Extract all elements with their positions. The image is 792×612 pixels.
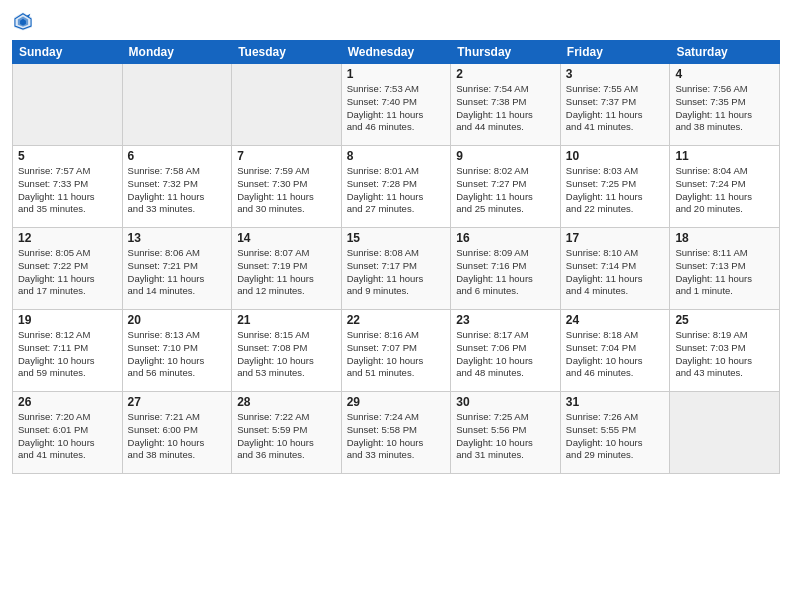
- calendar-cell: 3Sunrise: 7:55 AMSunset: 7:37 PMDaylight…: [560, 64, 670, 146]
- day-number: 8: [347, 149, 446, 163]
- day-info: Sunrise: 7:26 AMSunset: 5:55 PMDaylight:…: [566, 411, 665, 462]
- weekday-header: Wednesday: [341, 41, 451, 64]
- day-info: Sunrise: 8:05 AMSunset: 7:22 PMDaylight:…: [18, 247, 117, 298]
- day-info: Sunrise: 8:06 AMSunset: 7:21 PMDaylight:…: [128, 247, 227, 298]
- calendar-cell: 1Sunrise: 7:53 AMSunset: 7:40 PMDaylight…: [341, 64, 451, 146]
- day-info: Sunrise: 7:25 AMSunset: 5:56 PMDaylight:…: [456, 411, 555, 462]
- day-number: 13: [128, 231, 227, 245]
- day-info: Sunrise: 7:54 AMSunset: 7:38 PMDaylight:…: [456, 83, 555, 134]
- day-info: Sunrise: 7:21 AMSunset: 6:00 PMDaylight:…: [128, 411, 227, 462]
- day-number: 12: [18, 231, 117, 245]
- day-info: Sunrise: 8:09 AMSunset: 7:16 PMDaylight:…: [456, 247, 555, 298]
- calendar-week-row: 12Sunrise: 8:05 AMSunset: 7:22 PMDayligh…: [13, 228, 780, 310]
- calendar-cell: 19Sunrise: 8:12 AMSunset: 7:11 PMDayligh…: [13, 310, 123, 392]
- calendar-cell: 21Sunrise: 8:15 AMSunset: 7:08 PMDayligh…: [232, 310, 342, 392]
- day-info: Sunrise: 7:59 AMSunset: 7:30 PMDaylight:…: [237, 165, 336, 216]
- calendar-cell: 25Sunrise: 8:19 AMSunset: 7:03 PMDayligh…: [670, 310, 780, 392]
- day-number: 14: [237, 231, 336, 245]
- day-number: 1: [347, 67, 446, 81]
- calendar-cell: 17Sunrise: 8:10 AMSunset: 7:14 PMDayligh…: [560, 228, 670, 310]
- weekday-header: Tuesday: [232, 41, 342, 64]
- day-info: Sunrise: 7:24 AMSunset: 5:58 PMDaylight:…: [347, 411, 446, 462]
- day-number: 9: [456, 149, 555, 163]
- calendar-cell: 23Sunrise: 8:17 AMSunset: 7:06 PMDayligh…: [451, 310, 561, 392]
- day-info: Sunrise: 8:10 AMSunset: 7:14 PMDaylight:…: [566, 247, 665, 298]
- calendar: SundayMondayTuesdayWednesdayThursdayFrid…: [12, 40, 780, 474]
- day-number: 4: [675, 67, 774, 81]
- weekday-header: Saturday: [670, 41, 780, 64]
- weekday-header: Monday: [122, 41, 232, 64]
- calendar-cell: 18Sunrise: 8:11 AMSunset: 7:13 PMDayligh…: [670, 228, 780, 310]
- calendar-cell: 10Sunrise: 8:03 AMSunset: 7:25 PMDayligh…: [560, 146, 670, 228]
- day-number: 20: [128, 313, 227, 327]
- page-container: SundayMondayTuesdayWednesdayThursdayFrid…: [0, 0, 792, 612]
- day-number: 19: [18, 313, 117, 327]
- day-info: Sunrise: 7:57 AMSunset: 7:33 PMDaylight:…: [18, 165, 117, 216]
- calendar-cell: 13Sunrise: 8:06 AMSunset: 7:21 PMDayligh…: [122, 228, 232, 310]
- day-info: Sunrise: 8:03 AMSunset: 7:25 PMDaylight:…: [566, 165, 665, 216]
- day-number: 15: [347, 231, 446, 245]
- calendar-week-row: 19Sunrise: 8:12 AMSunset: 7:11 PMDayligh…: [13, 310, 780, 392]
- weekday-header: Thursday: [451, 41, 561, 64]
- day-info: Sunrise: 8:07 AMSunset: 7:19 PMDaylight:…: [237, 247, 336, 298]
- calendar-cell: 2Sunrise: 7:54 AMSunset: 7:38 PMDaylight…: [451, 64, 561, 146]
- day-number: 25: [675, 313, 774, 327]
- day-info: Sunrise: 8:16 AMSunset: 7:07 PMDaylight:…: [347, 329, 446, 380]
- day-number: 3: [566, 67, 665, 81]
- calendar-cell: 12Sunrise: 8:05 AMSunset: 7:22 PMDayligh…: [13, 228, 123, 310]
- logo-icon: [12, 10, 34, 32]
- day-number: 24: [566, 313, 665, 327]
- day-number: 26: [18, 395, 117, 409]
- day-number: 31: [566, 395, 665, 409]
- calendar-cell: 24Sunrise: 8:18 AMSunset: 7:04 PMDayligh…: [560, 310, 670, 392]
- calendar-cell: 30Sunrise: 7:25 AMSunset: 5:56 PMDayligh…: [451, 392, 561, 474]
- day-info: Sunrise: 7:55 AMSunset: 7:37 PMDaylight:…: [566, 83, 665, 134]
- day-number: 17: [566, 231, 665, 245]
- day-info: Sunrise: 8:01 AMSunset: 7:28 PMDaylight:…: [347, 165, 446, 216]
- day-number: 21: [237, 313, 336, 327]
- header: [12, 10, 780, 32]
- calendar-cell: 6Sunrise: 7:58 AMSunset: 7:32 PMDaylight…: [122, 146, 232, 228]
- day-info: Sunrise: 7:56 AMSunset: 7:35 PMDaylight:…: [675, 83, 774, 134]
- weekday-header-row: SundayMondayTuesdayWednesdayThursdayFrid…: [13, 41, 780, 64]
- calendar-cell: 16Sunrise: 8:09 AMSunset: 7:16 PMDayligh…: [451, 228, 561, 310]
- calendar-cell: 29Sunrise: 7:24 AMSunset: 5:58 PMDayligh…: [341, 392, 451, 474]
- calendar-week-row: 26Sunrise: 7:20 AMSunset: 6:01 PMDayligh…: [13, 392, 780, 474]
- calendar-cell: 28Sunrise: 7:22 AMSunset: 5:59 PMDayligh…: [232, 392, 342, 474]
- day-number: 22: [347, 313, 446, 327]
- day-info: Sunrise: 7:53 AMSunset: 7:40 PMDaylight:…: [347, 83, 446, 134]
- calendar-cell: [670, 392, 780, 474]
- calendar-cell: 26Sunrise: 7:20 AMSunset: 6:01 PMDayligh…: [13, 392, 123, 474]
- weekday-header: Sunday: [13, 41, 123, 64]
- day-info: Sunrise: 7:58 AMSunset: 7:32 PMDaylight:…: [128, 165, 227, 216]
- logo: [12, 10, 38, 32]
- calendar-cell: 9Sunrise: 8:02 AMSunset: 7:27 PMDaylight…: [451, 146, 561, 228]
- day-number: 11: [675, 149, 774, 163]
- calendar-cell: 15Sunrise: 8:08 AMSunset: 7:17 PMDayligh…: [341, 228, 451, 310]
- day-info: Sunrise: 8:02 AMSunset: 7:27 PMDaylight:…: [456, 165, 555, 216]
- day-number: 29: [347, 395, 446, 409]
- day-number: 16: [456, 231, 555, 245]
- day-number: 7: [237, 149, 336, 163]
- day-info: Sunrise: 8:15 AMSunset: 7:08 PMDaylight:…: [237, 329, 336, 380]
- day-number: 2: [456, 67, 555, 81]
- calendar-cell: [232, 64, 342, 146]
- day-info: Sunrise: 8:08 AMSunset: 7:17 PMDaylight:…: [347, 247, 446, 298]
- day-info: Sunrise: 8:18 AMSunset: 7:04 PMDaylight:…: [566, 329, 665, 380]
- day-info: Sunrise: 8:17 AMSunset: 7:06 PMDaylight:…: [456, 329, 555, 380]
- calendar-cell: 4Sunrise: 7:56 AMSunset: 7:35 PMDaylight…: [670, 64, 780, 146]
- day-info: Sunrise: 8:19 AMSunset: 7:03 PMDaylight:…: [675, 329, 774, 380]
- day-info: Sunrise: 8:12 AMSunset: 7:11 PMDaylight:…: [18, 329, 117, 380]
- day-info: Sunrise: 7:20 AMSunset: 6:01 PMDaylight:…: [18, 411, 117, 462]
- calendar-week-row: 1Sunrise: 7:53 AMSunset: 7:40 PMDaylight…: [13, 64, 780, 146]
- calendar-cell: 8Sunrise: 8:01 AMSunset: 7:28 PMDaylight…: [341, 146, 451, 228]
- calendar-cell: 7Sunrise: 7:59 AMSunset: 7:30 PMDaylight…: [232, 146, 342, 228]
- calendar-cell: 22Sunrise: 8:16 AMSunset: 7:07 PMDayligh…: [341, 310, 451, 392]
- day-info: Sunrise: 7:22 AMSunset: 5:59 PMDaylight:…: [237, 411, 336, 462]
- calendar-cell: 20Sunrise: 8:13 AMSunset: 7:10 PMDayligh…: [122, 310, 232, 392]
- day-number: 28: [237, 395, 336, 409]
- calendar-cell: [13, 64, 123, 146]
- day-number: 27: [128, 395, 227, 409]
- calendar-cell: 27Sunrise: 7:21 AMSunset: 6:00 PMDayligh…: [122, 392, 232, 474]
- calendar-cell: 31Sunrise: 7:26 AMSunset: 5:55 PMDayligh…: [560, 392, 670, 474]
